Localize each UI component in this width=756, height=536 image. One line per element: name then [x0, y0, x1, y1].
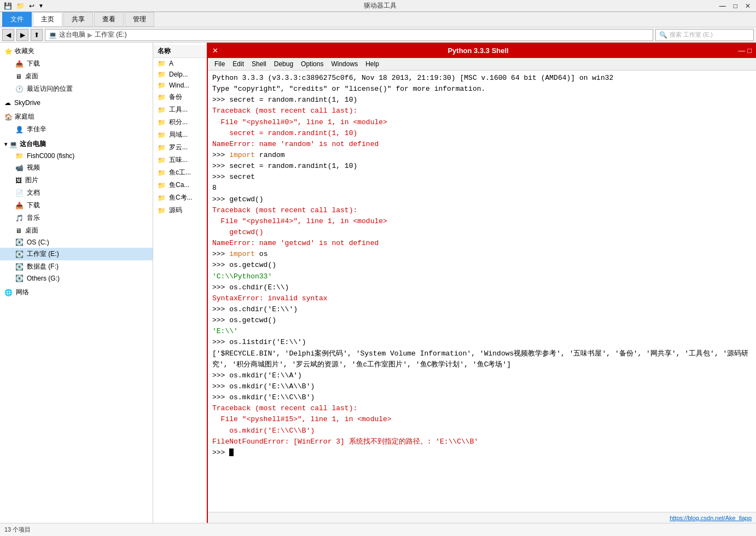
- file-item-backup[interactable]: 📁 备份: [153, 91, 207, 103]
- shell-line-14: File "<pyshell#4>", line 1, in <module>: [212, 216, 752, 227]
- shell-close-btn[interactable]: ✕: [212, 46, 218, 55]
- sidebar-item-drive-g[interactable]: 💽 Others (G:): [0, 273, 153, 284]
- sidebar-item-recent[interactable]: 🕐 最近访问的位置: [0, 83, 153, 95]
- file-item-local[interactable]: 📁 局域...: [153, 129, 207, 141]
- tab-share[interactable]: 共享: [63, 12, 93, 27]
- menu-help[interactable]: Help: [362, 59, 382, 69]
- sidebar-item-drive-f[interactable]: 💽 数据盘 (F:): [0, 260, 153, 273]
- sidebar-item-drive-e[interactable]: 💽 工作室 (E:): [0, 248, 153, 260]
- sidebar-group-header-homegroup[interactable]: 🏠 家庭组: [0, 110, 153, 123]
- explorer-statusbar: 13 个项目: [0, 523, 756, 536]
- shell-maximize-btn[interactable]: □: [747, 46, 752, 55]
- menu-shell[interactable]: Shell: [248, 59, 270, 69]
- shell-line-18: >>> os.getcwd(): [212, 260, 752, 271]
- menu-options[interactable]: Options: [298, 59, 327, 69]
- shell-minimize-btn[interactable]: —: [738, 46, 745, 55]
- file-item-tools[interactable]: 📁 工具...: [153, 103, 207, 116]
- dropdown-icon[interactable]: ▼: [37, 2, 45, 10]
- back-btn[interactable]: ◀: [2, 29, 14, 41]
- shell-line-31: File "<pyshell#15>", line 1, in <module>: [212, 414, 752, 425]
- desktop2-icon: 🖥: [15, 227, 22, 235]
- shell-titlebar: ✕ Python 3.3.3 Shell — □: [208, 43, 756, 58]
- menu-debug[interactable]: Debug: [271, 59, 296, 69]
- menu-edit[interactable]: Edit: [229, 59, 247, 69]
- maximize-btn[interactable]: □: [730, 2, 741, 10]
- shell-line-9: >>> secret = random.randint(1, 10): [212, 161, 752, 172]
- shell-line-4: Traceback (most recent call last):: [212, 106, 752, 116]
- save-icon[interactable]: 💾: [2, 1, 14, 11]
- address-bar[interactable]: 💻 这台电脑 ▶ 工作室 (E:): [45, 29, 653, 41]
- forward-btn[interactable]: ▶: [16, 29, 28, 41]
- sidebar-item-docs[interactable]: 📄 文档: [0, 187, 153, 199]
- sidebar-group-network[interactable]: 🌐 网络: [0, 286, 153, 299]
- sidebar-item-drive-c[interactable]: 💽 OS (C:): [0, 237, 153, 248]
- shell-line-17: >>> import os: [212, 249, 752, 260]
- sidebar-item-music[interactable]: 🎵 音乐: [0, 212, 153, 224]
- videos-icon: 📹: [15, 164, 24, 172]
- sidebar-item-fishc[interactable]: 📁 FishC000 (fishc): [0, 150, 153, 161]
- shell-status-url[interactable]: https://blog.csdn.net/Ake_llapp: [670, 515, 752, 521]
- drive-f-icon: 💽: [15, 263, 24, 271]
- folder-wuwei-icon: 📁: [158, 156, 166, 164]
- shell-line-29: >>> os.mkdir('E:\\C\\B'): [212, 392, 752, 403]
- minimize-btn[interactable]: —: [716, 2, 729, 10]
- folder-icon[interactable]: 📁: [15, 1, 26, 11]
- file-list: 名称 📁 A 📁 Delp... 📁 Wind... 📁 备份: [153, 43, 208, 523]
- sidebar-item-downloads2[interactable]: 📥 下载: [0, 199, 153, 212]
- search-box[interactable]: 🔍 搜索 工作室 (E:): [655, 29, 754, 41]
- file-item-yuc1[interactable]: 📁 鱼c工...: [153, 166, 207, 179]
- file-item-yuck[interactable]: 📁 鱼C考...: [153, 191, 207, 204]
- shell-line-23: >>> os.getcwd(): [212, 315, 752, 326]
- sidebar-item-downloads[interactable]: 📥 下载: [0, 57, 153, 70]
- drive-c-icon: 💽: [15, 238, 24, 246]
- shell-line-7: NameError: name 'random' is not defined: [212, 139, 752, 150]
- file-item-luo[interactable]: 📁 罗云...: [153, 141, 207, 154]
- folder-jifen-icon: 📁: [158, 119, 166, 126]
- shell-line-24: 'E:\\': [212, 326, 752, 337]
- file-item-wuwei[interactable]: 📁 五味...: [153, 154, 207, 166]
- homegroup-icon: 🏠: [4, 113, 13, 121]
- pictures-icon: 🖼: [15, 177, 22, 184]
- shell-line-19: 'C:\\Python33': [212, 271, 752, 282]
- folder-source-icon: 📁: [158, 207, 166, 214]
- shell-line-13: Traceback (most recent call last):: [212, 205, 752, 216]
- tab-view[interactable]: 查看: [94, 12, 124, 27]
- sidebar-item-videos[interactable]: 📹 视频: [0, 161, 153, 174]
- shell-content[interactable]: Python 3.3.3 (v3.3.3:c3896275c0f6, Nov 1…: [208, 71, 756, 512]
- tab-file[interactable]: 文件: [2, 12, 32, 27]
- folder-yuck-icon: 📁: [158, 194, 166, 202]
- sidebar-group-header-thispc[interactable]: ▾ 💻 这台电脑: [0, 138, 153, 150]
- sidebar-group-header-favorites[interactable]: ⭐ 收藏夹: [0, 45, 153, 57]
- shell-line-16: NameError: name 'getcwd' is not defined: [212, 238, 752, 249]
- sidebar-group-homegroup: 🏠 家庭组 👤 李佳辛: [0, 110, 153, 136]
- folder-backup-icon: 📁: [158, 94, 166, 101]
- explorer-titlebar: 💾 📁 ↩ ▼ 驱动器工具 — □ ✕: [0, 0, 756, 12]
- tab-home[interactable]: 主页: [33, 12, 62, 27]
- favorites-icon: ⭐: [4, 48, 13, 55]
- thispc-icon: 💻: [9, 141, 18, 148]
- undo-icon[interactable]: ↩: [27, 1, 36, 11]
- sidebar-item-desktop[interactable]: 🖥 桌面: [0, 70, 153, 83]
- user-icon: 👤: [15, 126, 24, 133]
- sidebar-item-user[interactable]: 👤 李佳辛: [0, 123, 153, 136]
- file-item-yuca[interactable]: 📁 鱼Ca...: [153, 179, 207, 191]
- sidebar-item-desktop2[interactable]: 🖥 桌面: [0, 224, 153, 237]
- folder-yuc1-icon: 📁: [158, 169, 166, 177]
- folder-tools-icon: 📁: [158, 106, 166, 114]
- sidebar-item-pictures[interactable]: 🖼 图片: [0, 174, 153, 187]
- shell-line-2: Type "copyright", "credits" or "license(…: [212, 84, 752, 95]
- file-item-source[interactable]: 📁 源码: [153, 204, 207, 217]
- file-item-delp[interactable]: 📁 Delp...: [153, 69, 207, 80]
- up-btn[interactable]: ⬆: [31, 29, 43, 41]
- menu-windows[interactable]: Windows: [328, 59, 361, 69]
- file-item-wind[interactable]: 📁 Wind...: [153, 80, 207, 91]
- folder-a-icon: 📁: [158, 60, 166, 67]
- shell-line-12: >>> getcwd(): [212, 194, 752, 205]
- file-item-a[interactable]: 📁 A: [153, 58, 207, 69]
- close-btn[interactable]: ✕: [742, 2, 754, 10]
- status-count: 13 个项目: [4, 526, 31, 534]
- file-item-jifen[interactable]: 📁 积分...: [153, 116, 207, 129]
- menu-file[interactable]: File: [211, 59, 228, 69]
- sidebar-group-skydrive[interactable]: ☁ SkyDrive: [0, 97, 153, 108]
- tab-manage[interactable]: 管理: [125, 12, 154, 27]
